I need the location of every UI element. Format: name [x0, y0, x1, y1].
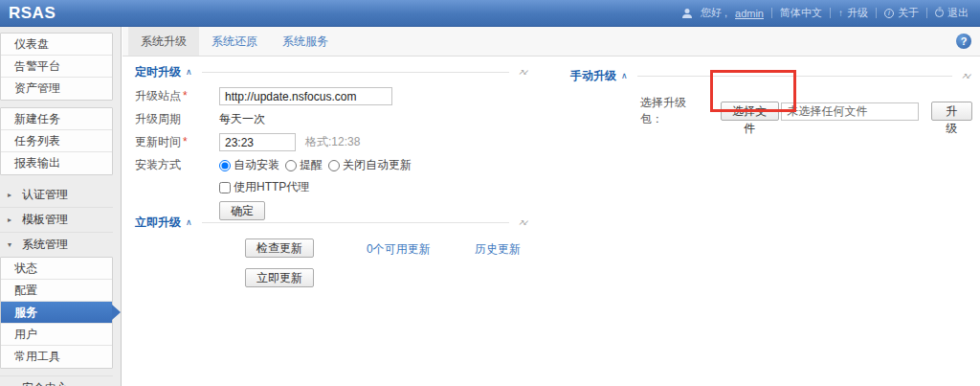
section-divider: [202, 222, 509, 223]
auto-install-radio[interactable]: [219, 160, 231, 171]
upgrade-site-label: 升级站点*: [135, 88, 219, 104]
sidebar-item-asset-management[interactable]: 资产管理: [1, 78, 112, 100]
update-time-label: 更新时间*: [135, 134, 219, 150]
available-updates-link[interactable]: 0个可用更新: [367, 241, 431, 258]
topbar-menu: 您好 , admin 简体中文 ↑ 升级 i 关于 退出: [682, 6, 980, 20]
update-time-row: 更新时间* 格式:12:38: [135, 133, 529, 151]
sidebar-section-system-label: 系统管理: [22, 237, 68, 253]
sidebar-section-system[interactable]: ▾ 系统管理: [0, 232, 113, 257]
immediate-upgrade-section: 立即升级 ∧ ↗↙ 检查更新 0个可用更新 历史更新 立即更新: [135, 216, 529, 296]
update-time-input[interactable]: [219, 133, 296, 151]
menu-divider: [771, 8, 772, 18]
chevron-right-icon: ▸: [8, 216, 15, 224]
sidebar-item-task-list[interactable]: 任务列表: [1, 130, 112, 152]
sidebar-item-report-output[interactable]: 报表输出: [1, 152, 112, 174]
sidebar-section-template-label: 模板管理: [22, 212, 68, 228]
radio-disable-auto-update[interactable]: 关闭自动更新: [328, 157, 412, 173]
tabbar: 系统升级 系统还原 系统服务 ?: [122, 27, 980, 57]
panel-collapse-icon[interactable]: ↗↙: [519, 218, 529, 227]
sidebar-item-config[interactable]: 配置: [1, 280, 112, 302]
scheduled-section-header: 定时升级 ∧ ↗↙: [135, 65, 529, 79]
menu-divider: [830, 8, 831, 18]
selected-file-display[interactable]: 未选择任何文件: [781, 102, 919, 121]
topbar-upgrade-label: 升级: [847, 6, 868, 20]
logout-link[interactable]: 退出: [935, 6, 969, 20]
selected-arrow-icon: [112, 305, 121, 320]
chevron-down-icon: ▾: [8, 240, 15, 249]
upgrade-site-input[interactable]: [219, 87, 392, 105]
sidebar-item-common-tools[interactable]: 常用工具: [1, 346, 112, 368]
chevron-right-icon: ▸: [8, 191, 15, 199]
panel-collapse-icon[interactable]: ↗↙: [962, 72, 972, 80]
tab-system-restore[interactable]: 系统还原: [199, 27, 270, 56]
sidebar-item-alert-platform[interactable]: 告警平台: [1, 56, 112, 78]
choose-file-button[interactable]: 选择文件: [721, 102, 779, 121]
section-divider: [637, 76, 952, 77]
sidebar-item-user[interactable]: 用户: [1, 324, 112, 346]
sidebar-section-security[interactable]: ▸ 安全中心: [0, 375, 113, 386]
scheduled-upgrade-form: 升级站点* 升级周期 每天一次 更新时间* 格式:12:38 安装方式: [135, 87, 529, 220]
rsas-logo: RSAS: [0, 4, 56, 23]
tab-system-upgrade[interactable]: 系统升级: [128, 27, 199, 56]
immediate-section-header: 立即升级 ∧ ↗↙: [135, 216, 529, 229]
sidebar-item-status[interactable]: 状态: [1, 258, 112, 280]
immediate-upgrade-body: 检查更新 0个可用更新 历史更新 立即更新: [135, 238, 529, 296]
rsas-app: RSAS 您好 , admin 简体中文 ↑ 升级 i 关于 退出: [0, 0, 980, 386]
tab-system-service[interactable]: 系统服务: [270, 27, 341, 56]
upgrade-button[interactable]: 升级: [931, 102, 972, 121]
upgrade-cycle-row: 升级周期 每天一次: [135, 111, 529, 127]
sidebar-section-security-label: 安全中心: [22, 380, 68, 386]
upgrade-cycle-label: 升级周期: [135, 111, 219, 127]
language-link[interactable]: 简体中文: [780, 6, 822, 20]
help-icon[interactable]: ?: [956, 34, 971, 49]
about-label: 关于: [898, 6, 919, 20]
radio-auto-install[interactable]: 自动安装: [219, 157, 279, 173]
collapse-caret-icon[interactable]: ∧: [186, 67, 192, 77]
sidebar-item-service[interactable]: 服务: [1, 302, 112, 324]
upgrade-cycle-value: 每天一次: [219, 111, 265, 127]
section-divider: [202, 72, 509, 73]
http-proxy-row: 使用HTTP代理: [135, 179, 529, 195]
info-icon: i: [884, 9, 894, 18]
update-history-link[interactable]: 历史更新: [475, 241, 521, 258]
manual-section-header: 手动升级 ∧ ↗↙: [570, 69, 972, 82]
collapse-caret-icon[interactable]: ∧: [186, 217, 192, 227]
sidebar-section-template[interactable]: ▸ 模板管理: [0, 207, 113, 232]
topbar: RSAS 您好 , admin 简体中文 ↑ 升级 i 关于 退出: [0, 0, 980, 27]
disable-auto-update-radio[interactable]: [328, 160, 340, 171]
manual-upgrade-section: 手动升级 ∧ ↗↙ 选择升级包： 选择文件 未选择任何文件 升级: [570, 69, 972, 127]
user-icon: [682, 9, 693, 18]
collapse-caret-icon[interactable]: ∧: [621, 71, 628, 80]
upgrade-package-label: 选择升级包：: [640, 95, 707, 127]
username-link[interactable]: admin: [735, 8, 764, 19]
manual-section-title: 手动升级: [570, 68, 616, 84]
radio-remind[interactable]: 提醒: [285, 157, 323, 173]
about-link[interactable]: i 关于: [884, 6, 919, 20]
sidebar-item-new-task[interactable]: 新建任务: [1, 108, 112, 130]
check-updates-button[interactable]: 检查更新: [245, 238, 314, 258]
install-mode-label: 安装方式: [135, 157, 219, 173]
sidebar-section-auth[interactable]: ▸ 认证管理: [0, 182, 113, 207]
upload-arrow-icon: ↑: [838, 8, 843, 18]
remind-radio[interactable]: [285, 160, 297, 171]
sidebar-section-auth-label: 认证管理: [22, 187, 68, 203]
sidebar-item-dashboard[interactable]: 仪表盘: [1, 34, 112, 56]
http-proxy-checkbox[interactable]: [219, 182, 231, 193]
update-now-button[interactable]: 立即更新: [245, 268, 314, 287]
sidebar-group-tasks: 新建任务 任务列表 报表输出: [0, 107, 113, 175]
upgrade-site-row: 升级站点*: [135, 87, 529, 105]
menu-divider: [926, 8, 927, 18]
http-proxy-label: 使用HTTP代理: [234, 179, 309, 195]
remind-label: 提醒: [300, 157, 323, 173]
topbar-upgrade-link[interactable]: ↑ 升级: [838, 6, 868, 20]
greeting-text: 您好 ,: [701, 6, 727, 20]
panel-collapse-icon[interactable]: ↗↙: [519, 68, 529, 77]
sidebar: 仪表盘 告警平台 资产管理 新建任务 任务列表 报表输出 ▸ 认证管理 ▸ 模板…: [0, 27, 122, 386]
power-icon: [935, 9, 944, 17]
http-proxy-option[interactable]: 使用HTTP代理: [219, 179, 309, 195]
time-format-hint: 格式:12:38: [305, 134, 360, 150]
required-asterisk: *: [183, 135, 188, 148]
sidebar-group-system: 状态 配置 服务 用户 常用工具: [0, 257, 113, 369]
scheduled-section-title: 定时升级: [135, 64, 181, 80]
content: 系统升级 系统还原 系统服务 ? 定时升级 ∧ ↗↙ 升级站点*: [122, 27, 980, 386]
